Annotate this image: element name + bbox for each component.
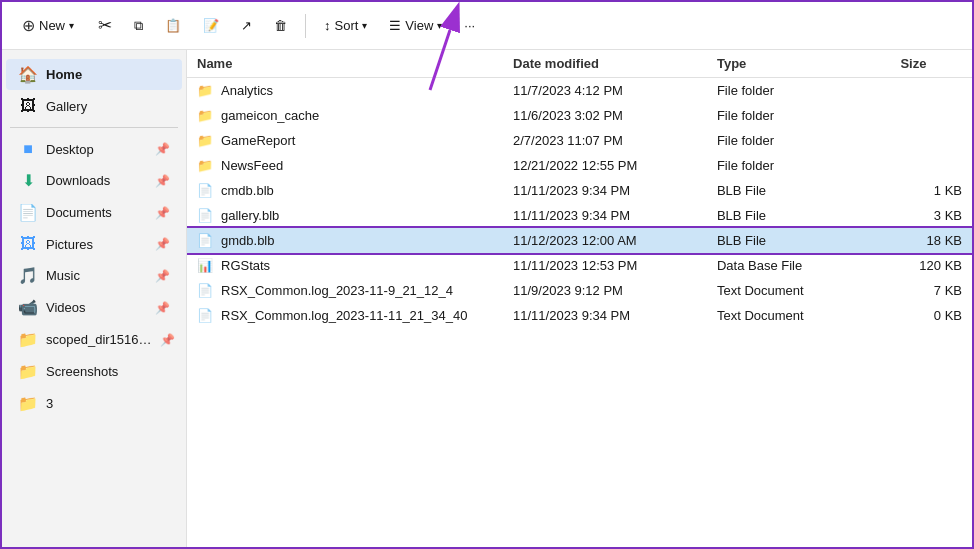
sidebar-item-desktop[interactable]: ■ Desktop 📌: [6, 134, 182, 164]
sidebar-item-three[interactable]: 📁 3: [6, 388, 182, 419]
sidebar-item-videos[interactable]: 📹 Videos 📌: [6, 292, 182, 323]
sidebar-item-label: Screenshots: [46, 364, 118, 379]
column-header-date[interactable]: Date modified: [503, 50, 707, 78]
file-size: [890, 153, 972, 178]
paste-button[interactable]: 📋: [157, 13, 189, 38]
file-name-cell: 📄gmdb.blb: [187, 228, 503, 253]
column-header-type[interactable]: Type: [707, 50, 891, 78]
sidebar-item-documents[interactable]: 📄 Documents 📌: [6, 197, 182, 228]
home-icon: 🏠: [18, 65, 38, 84]
file-size: 0 KB: [890, 303, 972, 328]
file-icon: 📁: [197, 133, 213, 148]
view-icon: ☰: [389, 18, 401, 33]
pin-icon: 📌: [155, 269, 170, 283]
more-button[interactable]: ···: [456, 13, 483, 38]
file-type: Text Document: [707, 303, 891, 328]
delete-button[interactable]: 🗑: [266, 13, 295, 38]
pin-icon: 📌: [155, 142, 170, 156]
main-area: 🏠 Home 🖼 Gallery ■ Desktop 📌 ⬇ Downloads…: [2, 50, 972, 547]
sidebar-item-scoped[interactable]: 📁 scoped_dir1516… 📌: [6, 324, 182, 355]
paste-icon: 📋: [165, 18, 181, 33]
pin-icon: 📌: [155, 237, 170, 251]
file-name-cell: 📄gallery.blb: [187, 203, 503, 228]
sort-button[interactable]: ↕ Sort ▾: [316, 13, 375, 38]
view-button[interactable]: ☰ View ▾: [381, 13, 450, 38]
sidebar-item-pictures[interactable]: 🖼 Pictures 📌: [6, 229, 182, 259]
file-name-cell: 📊RGStats: [187, 253, 503, 278]
sidebar-item-screenshots[interactable]: 📁 Screenshots: [6, 356, 182, 387]
new-label: New: [39, 18, 65, 33]
table-row[interactable]: 📁gameicon_cache11/6/2023 3:02 PMFile fol…: [187, 103, 972, 128]
file-type: BLB File: [707, 178, 891, 203]
file-type: File folder: [707, 128, 891, 153]
file-name: RGStats: [221, 258, 270, 273]
file-table: Name Date modified Type Size 📁Analytics1…: [187, 50, 972, 328]
table-row[interactable]: 📁Analytics11/7/2023 4:12 PMFile folder: [187, 78, 972, 104]
music-icon: 🎵: [18, 266, 38, 285]
file-type: Data Base File: [707, 253, 891, 278]
file-size: 120 KB: [890, 253, 972, 278]
file-size: 3 KB: [890, 203, 972, 228]
sidebar-item-label: Downloads: [46, 173, 110, 188]
sidebar-item-gallery[interactable]: 🖼 Gallery: [6, 91, 182, 121]
sidebar-item-home[interactable]: 🏠 Home: [6, 59, 182, 90]
file-icon: 📄: [197, 183, 213, 198]
table-row[interactable]: 📄gallery.blb11/11/2023 9:34 PMBLB File3 …: [187, 203, 972, 228]
file-date: 11/6/2023 3:02 PM: [503, 103, 707, 128]
file-type: Text Document: [707, 278, 891, 303]
file-size: 18 KB: [890, 228, 972, 253]
toolbar: ⊕ New ▾ ✂ ⧉ 📋 📝 ↗ 🗑 ↕ Sort ▾ ☰ View ▾ ··…: [2, 2, 972, 50]
file-icon: 📄: [197, 283, 213, 298]
downloads-icon: ⬇: [18, 171, 38, 190]
folder-icon: 📁: [18, 394, 38, 413]
sidebar-item-label: 3: [46, 396, 53, 411]
pin-icon: 📌: [155, 206, 170, 220]
sidebar-item-label: Videos: [46, 300, 86, 315]
table-row[interactable]: 📁NewsFeed12/21/2022 12:55 PMFile folder: [187, 153, 972, 178]
sort-label: Sort: [335, 18, 359, 33]
sidebar-item-downloads[interactable]: ⬇ Downloads 📌: [6, 165, 182, 196]
table-row[interactable]: 📁GameReport2/7/2023 11:07 PMFile folder: [187, 128, 972, 153]
rename-icon: 📝: [203, 18, 219, 33]
file-name: gmdb.blb: [221, 233, 274, 248]
file-name: gameicon_cache: [221, 108, 319, 123]
more-icon: ···: [464, 18, 475, 33]
view-label: View: [405, 18, 433, 33]
file-name-cell: 📁GameReport: [187, 128, 503, 153]
documents-icon: 📄: [18, 203, 38, 222]
sidebar-item-label: Home: [46, 67, 82, 82]
delete-icon: 🗑: [274, 18, 287, 33]
column-header-name[interactable]: Name: [187, 50, 503, 78]
copy-button[interactable]: ⧉: [126, 13, 151, 39]
file-date: 11/11/2023 9:34 PM: [503, 203, 707, 228]
table-row[interactable]: 📄RSX_Common.log_2023-11-11_21_34_4011/11…: [187, 303, 972, 328]
sidebar-item-label: Documents: [46, 205, 112, 220]
file-name: RSX_Common.log_2023-11-9_21_12_4: [221, 283, 453, 298]
cut-button[interactable]: ✂: [90, 10, 120, 41]
sort-icon: ↕: [324, 18, 331, 33]
rename-button[interactable]: 📝: [195, 13, 227, 38]
file-date: 11/11/2023 9:34 PM: [503, 303, 707, 328]
file-icon: 📄: [197, 308, 213, 323]
share-button[interactable]: ↗: [233, 13, 260, 38]
file-type: BLB File: [707, 203, 891, 228]
file-icon: 📁: [197, 83, 213, 98]
new-icon: ⊕: [22, 16, 35, 35]
column-header-size[interactable]: Size: [890, 50, 972, 78]
file-name: Analytics: [221, 83, 273, 98]
cut-icon: ✂: [98, 15, 112, 36]
sort-chevron-icon: ▾: [362, 20, 367, 31]
table-row[interactable]: 📄RSX_Common.log_2023-11-9_21_12_411/9/20…: [187, 278, 972, 303]
table-row[interactable]: 📄gmdb.blb11/12/2023 12:00 AMBLB File18 K…: [187, 228, 972, 253]
file-name: gallery.blb: [221, 208, 279, 223]
file-size: [890, 78, 972, 104]
sidebar-item-music[interactable]: 🎵 Music 📌: [6, 260, 182, 291]
sidebar-item-label: Desktop: [46, 142, 94, 157]
file-icon: 📄: [197, 233, 213, 248]
file-name-cell: 📁gameicon_cache: [187, 103, 503, 128]
table-row[interactable]: 📄cmdb.blb11/11/2023 9:34 PMBLB File1 KB: [187, 178, 972, 203]
file-name: NewsFeed: [221, 158, 283, 173]
pictures-icon: 🖼: [18, 235, 38, 253]
new-button[interactable]: ⊕ New ▾: [12, 11, 84, 40]
table-row[interactable]: 📊RGStats11/11/2023 12:53 PMData Base Fil…: [187, 253, 972, 278]
